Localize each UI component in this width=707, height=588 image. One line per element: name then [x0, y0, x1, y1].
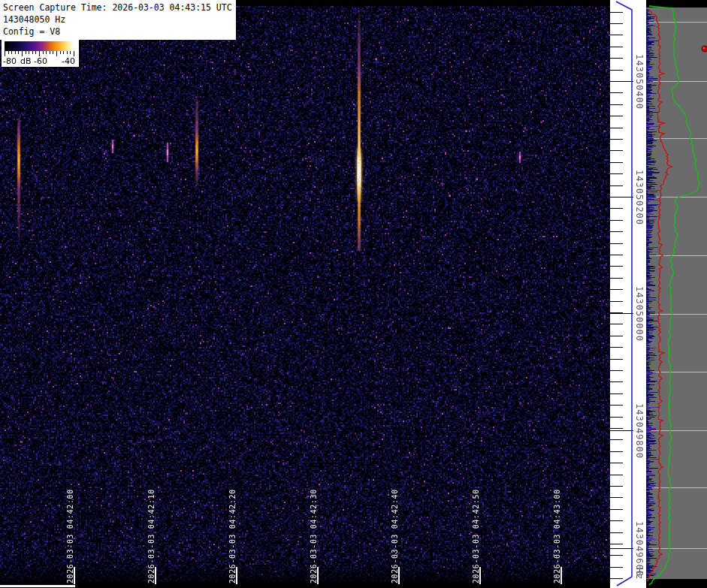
frequency-label: 143050400 — [634, 54, 644, 110]
time-tick — [479, 567, 481, 584]
legend-db-label: dB — [20, 57, 32, 66]
time-tick — [560, 567, 562, 584]
time-tick — [155, 567, 156, 584]
capture-info-overlay: Screen Capture Time: 2026-03-03 04:43:15… — [0, 0, 236, 40]
legend-db-label: -60 — [34, 57, 47, 66]
frequency-label: 143050200 — [634, 170, 644, 225]
waterfall-spectrogram — [0, 0, 611, 588]
frequency-unit-label: Hz — [634, 568, 644, 580]
time-tick — [317, 567, 319, 584]
spectrum-graph-panel — [646, 0, 707, 588]
time-tick — [74, 567, 75, 584]
time-tick — [398, 567, 400, 584]
bottom-edge-artifact — [0, 585, 75, 587]
legend-db-label: -80 — [3, 57, 17, 66]
frequency-label: 143049800 — [634, 403, 644, 459]
color-scale-legend: -80dB-60-40 — [2, 40, 79, 67]
capture-time-text: Screen Capture Time: 2026-03-03 04:43:15… — [3, 2, 232, 14]
legend-db-label: -40 — [62, 57, 75, 66]
spectrum-lab-screen-capture: 2026-03-03 04:42:002026-03-03 04:42:1020… — [0, 0, 707, 588]
capture-frequency-text: 143048050 Hz — [3, 14, 232, 26]
time-tick — [236, 567, 237, 584]
color-gradient-bar — [4, 41, 77, 56]
frequency-label: 143050000 — [634, 286, 644, 342]
capture-config-text: Config = V8 — [3, 26, 232, 38]
